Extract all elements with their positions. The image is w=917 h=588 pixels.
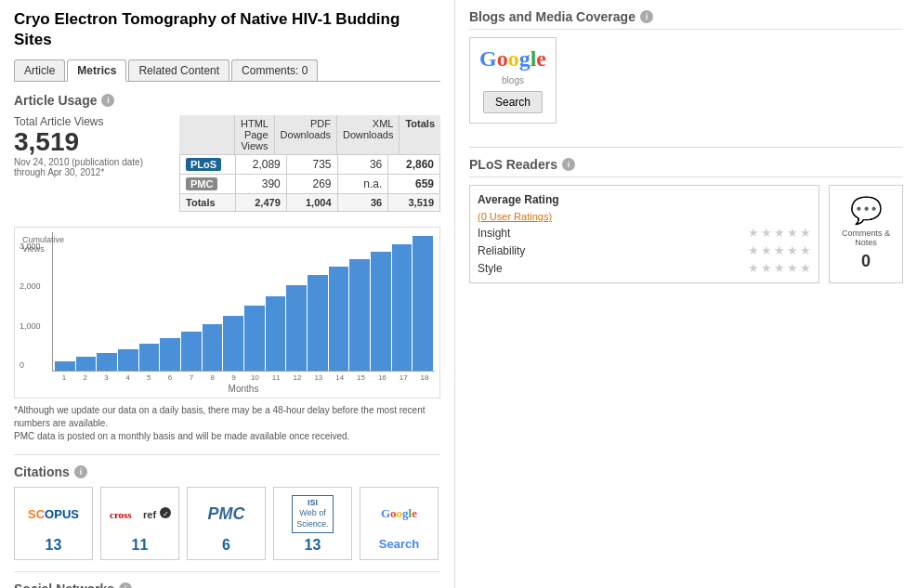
tab-comments[interactable]: Comments: 0 — [231, 59, 318, 81]
bar — [286, 285, 307, 371]
total-views-stat: Total Article Views 3,519 Nov 24, 2010 (… — [14, 115, 170, 177]
bar — [97, 353, 117, 371]
citations-info-icon[interactable]: i — [74, 465, 87, 478]
citation-card-scopus[interactable]: SCOPUS 13 — [14, 487, 93, 560]
blog-sublabel: blogs — [502, 75, 524, 85]
x-axis-label: 7 — [181, 373, 202, 382]
citation-card-pmc[interactable]: PMC 6 — [187, 487, 266, 560]
cumulative-views-chart: Cumulative Views 3,000 2,000 1,000 0 123… — [14, 227, 440, 399]
y-axis-labels: 3,000 2,000 1,000 0 — [20, 242, 41, 370]
svg-text:✓: ✓ — [163, 510, 169, 518]
insight-stars[interactable]: ★ ★ ★ ★ ★ — [748, 226, 811, 240]
x-axis: 123456789101112131415161718 — [52, 373, 435, 382]
plos-readers-title: PLoS Readers i — [469, 157, 903, 177]
article-usage-title: Article Usage i — [14, 93, 440, 108]
plos-badge: PLoS — [186, 158, 221, 171]
article-title: Cryo Electron Tomography of Native HIV-1… — [14, 9, 440, 50]
reliability-rating-row: Reliability ★ ★ ★ ★ ★ — [478, 243, 811, 257]
google-blog-search: Google blogs Search — [469, 37, 557, 124]
x-axis-label: 10 — [244, 373, 265, 382]
bar — [203, 324, 223, 371]
bar — [76, 357, 97, 371]
pmc-badge: PMC — [186, 177, 217, 190]
x-axis-label: 12 — [287, 373, 308, 382]
x-axis-label: 18 — [414, 373, 435, 382]
isi-logo: ISI Web of Science. — [292, 495, 334, 532]
comments-notes-label: Comments & Notes — [837, 229, 895, 247]
citation-cards-container: SCOPUS 13 cross ref ✓ 11 — [14, 487, 440, 560]
x-axis-label: 11 — [266, 373, 286, 382]
x-axis-label: 2 — [75, 373, 96, 382]
x-axis-label: 15 — [351, 373, 372, 382]
citation-card-google-scholar[interactable]: Google Search — [360, 487, 439, 560]
footnote: *Although we update our data on a daily … — [14, 404, 440, 443]
x-axis-label: 13 — [308, 373, 329, 382]
x-axis-title: Months — [52, 384, 435, 394]
social-networks-section: Social Networks i citeulike 4 — [14, 581, 440, 588]
x-axis-label: 1 — [54, 373, 74, 382]
tab-article[interactable]: Article — [14, 59, 65, 81]
stats-table-body: PLoS 2,089 735 36 2,860 PMC 390 269 n.a.… — [179, 154, 440, 212]
blogs-section: Blogs and Media Coverage i Google blogs … — [469, 9, 903, 137]
citations-title: Citations i — [14, 464, 440, 479]
pmc-logo: PMC — [208, 495, 245, 532]
crossref-count: 11 — [132, 537, 149, 554]
bar — [118, 349, 138, 371]
scopus-count: 13 — [46, 537, 62, 554]
bar — [371, 252, 391, 371]
tab-bar: Article Metrics Related Content Comments… — [14, 59, 440, 82]
x-axis-label: 6 — [160, 373, 180, 382]
plos-readers-info-icon[interactable]: i — [562, 158, 575, 171]
pmc-count: 6 — [222, 537, 230, 554]
bar — [55, 361, 75, 371]
blogs-title: Blogs and Media Coverage i — [469, 9, 903, 30]
style-rating-row: Style ★ ★ ★ ★ ★ — [478, 261, 811, 275]
style-stars[interactable]: ★ ★ ★ ★ ★ — [748, 261, 811, 275]
bar — [392, 244, 413, 371]
comments-notes-card[interactable]: 💬 Comments & Notes 0 — [829, 185, 903, 283]
svg-text:cross: cross — [110, 509, 132, 520]
citations-section: Citations i SCOPUS 13 c — [14, 464, 440, 560]
tab-metrics[interactable]: Metrics — [67, 59, 126, 82]
svg-text:ref: ref — [143, 509, 156, 520]
bar — [329, 267, 349, 371]
x-axis-label: 14 — [330, 373, 350, 382]
x-axis-label: 4 — [117, 373, 138, 382]
x-axis-label: 8 — [203, 373, 223, 382]
x-axis-label: 9 — [224, 373, 244, 382]
x-axis-label: 17 — [393, 373, 413, 382]
table-row-totals: Totals 2,479 1,004 36 3,519 — [180, 194, 439, 211]
bar — [139, 344, 160, 371]
social-networks-info-icon[interactable]: i — [119, 582, 132, 588]
blogs-info-icon[interactable]: i — [640, 10, 653, 23]
citation-card-crossref[interactable]: cross ref ✓ 11 — [100, 487, 179, 560]
reliability-stars[interactable]: ★ ★ ★ ★ ★ — [748, 243, 811, 257]
table-row: PLoS 2,089 735 36 2,860 — [180, 155, 439, 175]
table-row: PMC 390 269 n.a. 659 — [180, 175, 439, 194]
citation-card-isi[interactable]: ISI Web of Science. 13 — [273, 487, 352, 560]
user-ratings-link[interactable]: (0 User Ratings) — [478, 211, 811, 222]
google-scholar-search: Search — [379, 537, 419, 551]
google-scholar-logo: Google — [381, 495, 417, 532]
stats-table-header: HTML Page Views PDF Downloads XML Downlo… — [179, 115, 440, 154]
average-rating-card: Average Rating (0 User Ratings) Insight … — [469, 185, 819, 283]
x-axis-label: 16 — [372, 373, 392, 382]
comment-bubble-icon: 💬 — [850, 198, 883, 224]
bar — [266, 296, 286, 371]
x-axis-label: 3 — [97, 373, 117, 382]
x-axis-label: 5 — [138, 373, 159, 382]
google-blog-logo: Google — [479, 47, 546, 70]
plos-readers-section: PLoS Readers i Average Rating (0 User Ra… — [469, 157, 903, 283]
tab-related[interactable]: Related Content — [128, 59, 229, 81]
article-usage-info-icon[interactable]: i — [101, 94, 114, 107]
bar — [160, 338, 180, 371]
bar — [244, 306, 265, 371]
bar — [349, 259, 370, 371]
scopus-logo: SCOPUS — [28, 495, 79, 532]
google-search-button[interactable]: Search — [483, 91, 543, 113]
isi-count: 13 — [305, 537, 321, 554]
crossref-logo: cross ref ✓ — [108, 495, 173, 532]
bar — [308, 275, 328, 371]
bar-chart — [52, 232, 435, 372]
readers-cards-container: Average Rating (0 User Ratings) Insight … — [469, 185, 903, 283]
